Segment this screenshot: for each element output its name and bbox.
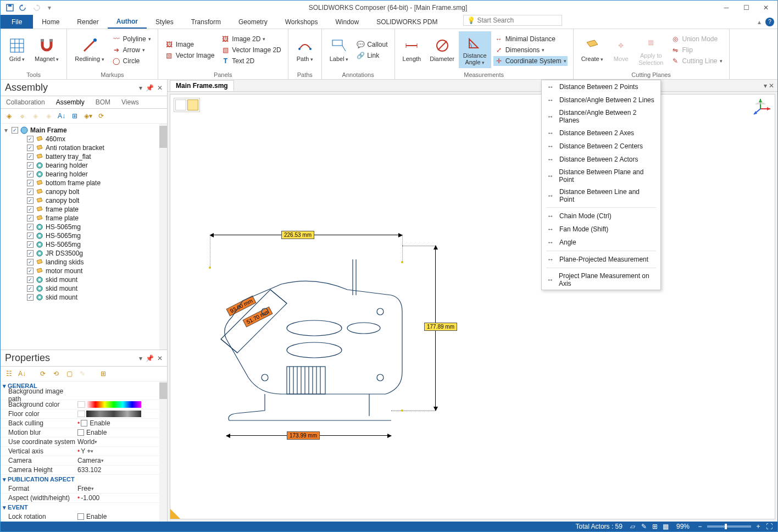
create-cutplane-button[interactable]: Create [577, 31, 608, 68]
zoom-slider[interactable] [707, 525, 751, 528]
sb-icon-4[interactable]: ▦ [662, 523, 670, 530]
dimensions-button[interactable]: ⤢Dimensions [493, 45, 568, 55]
asm-tb-8[interactable]: ⟳ [96, 111, 106, 121]
tree-node[interactable]: ✓motor mount [2, 267, 166, 275]
property-row[interactable]: Use coordinate systemWorld [1, 437, 167, 447]
property-row[interactable]: Motion blurEnable [1, 428, 167, 437]
flip-button[interactable]: ⇋Flip [670, 45, 723, 55]
path-button[interactable]: Path [292, 31, 318, 68]
cutting-line-button[interactable]: ✎Cutting Line [670, 56, 723, 66]
image2d-button[interactable]: 🖼Image 2D [220, 34, 282, 44]
properties-grid[interactable]: GENERAL Background image pathBackground … [1, 381, 167, 522]
qat-customize-icon[interactable]: ▾ [45, 3, 54, 13]
panel-tab-collaboration[interactable]: Collaboration [1, 96, 51, 108]
zoom-fit-button[interactable]: ⛶ [765, 523, 773, 530]
vp-btn-1[interactable] [175, 99, 186, 110]
tree-node[interactable]: ✓Anti rotation bracket [2, 143, 166, 152]
tree-node[interactable]: ✓bottom frame plate [2, 179, 166, 187]
tree-node[interactable]: ✓460mx [2, 135, 166, 143]
property-row[interactable]: FormatFree [1, 484, 167, 494]
tree-node[interactable]: ✓HS-5065mg [2, 231, 166, 240]
polyline-button[interactable]: 〰Polyline [111, 34, 152, 44]
tree-node[interactable]: ✓frame plate [2, 205, 166, 214]
dropdown-item[interactable]: ↔Distance/Angle Between 2 Lines [542, 93, 660, 107]
label-button[interactable]: Label [325, 31, 353, 68]
circle-button[interactable]: ◯Circle [111, 56, 152, 66]
vimage2d-button[interactable]: ▧Vector Image 2D [220, 45, 282, 55]
sb-icon-2[interactable]: ✎ [640, 523, 648, 530]
diameter-button[interactable]: Diameter [425, 31, 459, 68]
assembly-tree[interactable]: ▾ ✓ Main Frame ✓460mx✓Anti rotation brac… [1, 124, 167, 350]
vp-btn-2[interactable] [187, 99, 198, 110]
tab-styles[interactable]: Styles [147, 15, 182, 29]
property-row[interactable]: Camera Height633.102 [1, 465, 167, 475]
property-row[interactable]: Aspect (width/height)•-1.000 [1, 494, 167, 503]
tree-scrollbar[interactable] [159, 124, 167, 350]
panel-close-icon[interactable]: ✕ [157, 84, 163, 92]
union-mode-button[interactable]: ◎Union Mode [670, 34, 723, 44]
tree-node[interactable]: ✓JR DS3500g [2, 249, 166, 258]
panel-tab-views[interactable]: Views [116, 96, 145, 108]
dropdown-item[interactable]: ↔Distance Between 2 Actors [542, 153, 660, 166]
dropdown-item[interactable]: ↔Distance Between 2 Axes [542, 126, 660, 140]
docs-close-icon[interactable]: ▾ ✕ [764, 82, 774, 90]
tree-node[interactable]: ✓skid mount [2, 293, 166, 302]
dropdown-item[interactable]: ↔Distance Between 2 Centers [542, 140, 660, 153]
props-dropdown-icon[interactable]: ▾ [139, 354, 142, 362]
tab-window[interactable]: Window [326, 15, 368, 29]
help-icon[interactable]: ? [765, 18, 774, 26]
props-scrollbar[interactable] [159, 381, 167, 522]
maximize-button[interactable]: ☐ [737, 2, 755, 14]
property-row[interactable]: CameraCamera [1, 456, 167, 465]
tree-node[interactable]: ✓skid mount [2, 275, 166, 284]
dropdown-item[interactable]: ↔Distance Between Line and Point [542, 186, 660, 206]
vectorimage-button[interactable]: ▧Vector Image [164, 51, 216, 60]
dropdown-item[interactable]: ↔Angle [542, 236, 660, 249]
sb-icon-3[interactable]: ⊞ [651, 523, 659, 530]
zoom-out-button[interactable]: − [696, 523, 704, 530]
dropdown-item[interactable]: ↔Plane-Projected Measurement [542, 253, 660, 266]
tree-root[interactable]: ▾ ✓ Main Frame [2, 126, 166, 135]
dropdown-item[interactable]: ↔Distance/Angle Between 2 Planes [542, 107, 660, 126]
close-button[interactable]: ✕ [757, 2, 775, 14]
minimal-distance-button[interactable]: ↔Minimal Distance [493, 34, 568, 44]
arrow-button[interactable]: ➔Arrow [111, 45, 152, 55]
apply-selection-button[interactable]: ▦ Apply to Selection [634, 31, 668, 68]
minimize-button[interactable]: ─ [717, 2, 736, 14]
tab-render[interactable]: Render [68, 15, 107, 29]
panel-dropdown-icon[interactable]: ▾ [139, 84, 142, 92]
collapse-ribbon-icon[interactable]: ▴ [758, 18, 761, 26]
zoom-in-button[interactable]: + [754, 523, 762, 530]
asm-tb-2[interactable]: ⟐ [17, 111, 27, 121]
tab-pdm[interactable]: SOLIDWORKS PDM [368, 15, 446, 29]
asm-tb-6[interactable]: ⊞ [70, 111, 80, 121]
tree-node[interactable]: ✓frame plate [2, 214, 166, 223]
tab-transform[interactable]: Transform [182, 15, 230, 29]
property-row[interactable]: Background color [1, 400, 167, 409]
distance-angle-button[interactable]: Distance Angle [459, 31, 491, 68]
asm-tb-1[interactable]: ◈ [4, 111, 14, 121]
property-row[interactable]: Back culling•Enable [1, 419, 167, 428]
tab-home[interactable]: Home [33, 15, 68, 29]
callout-button[interactable]: 💬Callout [355, 40, 388, 49]
asm-tb-4[interactable]: ◈ [43, 111, 53, 121]
text2d-button[interactable]: TText 2D [220, 56, 282, 66]
props-pin-icon[interactable]: 📌 [146, 354, 154, 362]
prop-tb-3[interactable]: ⟳ [38, 369, 48, 379]
link-button[interactable]: 🔗Link [355, 51, 388, 60]
prop-tb-1[interactable]: ☷ [4, 369, 14, 379]
property-row[interactable]: Lock rotationEnable [1, 512, 167, 522]
panel-tab-bom[interactable]: BOM [90, 96, 116, 108]
dropdown-item[interactable]: ↔Distance Between Plane and Point [542, 166, 660, 186]
tree-node[interactable]: ✓bearing holder [2, 161, 166, 170]
redo-icon[interactable] [31, 3, 41, 13]
property-row[interactable]: Vertical axis•Y + [1, 447, 167, 456]
redlining-button[interactable]: Redlining [70, 31, 108, 68]
document-tab[interactable]: Main Frame.smg [170, 80, 234, 91]
dropdown-item[interactable]: ↔Project Plane Measurement on Axis [542, 270, 660, 290]
property-row[interactable]: Floor color [1, 409, 167, 419]
tree-node[interactable]: ✓landing skids [2, 258, 166, 267]
tree-node[interactable]: ✓battery tray_flat [2, 152, 166, 161]
length-button[interactable]: Length [398, 31, 426, 68]
tree-node[interactable]: ✓bearing holder [2, 170, 166, 179]
